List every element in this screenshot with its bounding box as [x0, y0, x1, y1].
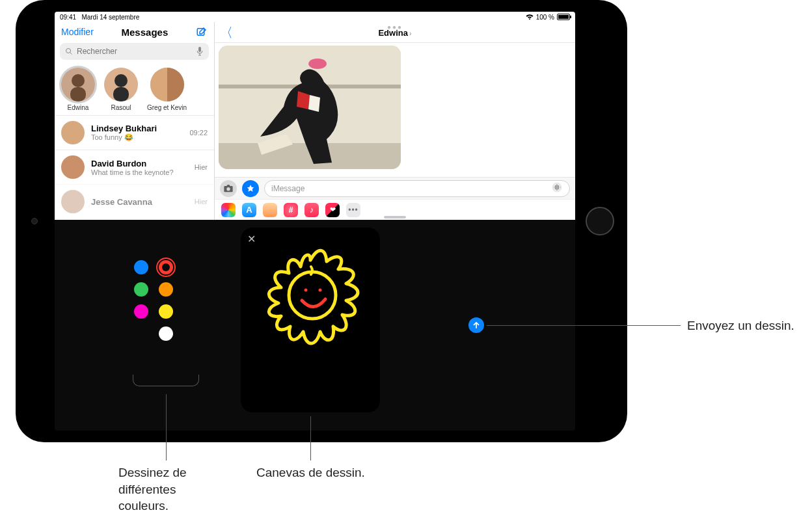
avatar — [61, 155, 85, 179]
battery-percent: 100 % — [536, 14, 554, 21]
svg-line-2 — [70, 53, 72, 55]
color-swatch-white[interactable] — [159, 326, 173, 341]
conversation-row[interactable]: Lindsey Bukhari Too funny 😂 09:22 — [55, 115, 214, 150]
chat-contact-name[interactable]: Edwina — [378, 28, 408, 38]
svg-point-1 — [66, 49, 71, 53]
chat-transcript[interactable] — [215, 43, 575, 177]
status-date: Mardi 14 septembre — [81, 14, 139, 21]
message-placeholder: iMessage — [271, 184, 304, 193]
pinned-contact-group[interactable]: Greg et Kevin — [147, 68, 187, 111]
conversation-preview: What time is the keynote? — [91, 168, 188, 176]
status-time: 09:41 — [60, 14, 76, 21]
conversation-row[interactable]: Jesse Cavanna Hier — [55, 184, 214, 219]
conversation-row[interactable]: David Burdon What time is the keynote? H… — [55, 150, 214, 184]
pinned-contact-rasoul[interactable]: Rasoul — [104, 68, 138, 111]
battery-icon — [557, 14, 570, 20]
leader-line — [166, 394, 167, 460]
conversation-time: Hier — [195, 198, 208, 206]
color-swatch-blue[interactable] — [134, 260, 148, 274]
conversation-name: Jesse Cavanna — [91, 197, 188, 207]
svg-point-5 — [72, 74, 85, 87]
leader-line — [310, 416, 311, 460]
appstore-app-icon[interactable]: A — [242, 203, 256, 217]
svg-point-17 — [319, 289, 322, 292]
compose-icon[interactable] — [196, 26, 208, 38]
received-photo[interactable] — [219, 46, 401, 169]
search-field[interactable] — [60, 43, 209, 60]
callout-send: Envoyez un dessin. — [687, 317, 794, 334]
callout-colors: Dessinez de différentes couleurs. — [118, 464, 223, 514]
edit-button[interactable]: Modifier — [61, 27, 94, 37]
pinned-name: Edwina — [68, 104, 89, 111]
chat-pane: ●●● 〈 Edwina› — [215, 22, 575, 220]
camera-button[interactable] — [220, 180, 237, 197]
svg-point-16 — [304, 289, 308, 292]
color-swatch-yellow[interactable] — [159, 304, 173, 319]
photos-app-icon[interactable] — [221, 203, 236, 217]
svg-rect-6 — [70, 87, 86, 101]
audio-wave-icon[interactable] — [551, 181, 563, 195]
search-icon — [65, 47, 73, 55]
ipad-camera — [31, 218, 38, 224]
callout-canvas: Canevas de dessin. — [256, 464, 365, 481]
drawing-canvas[interactable]: ✕ — [241, 228, 380, 412]
conversation-preview: Too funny 😂 — [91, 133, 183, 142]
screen: 09:41 Mardi 14 septembre 100 % — [55, 12, 575, 431]
conversation-list[interactable]: Lindsey Bukhari Too funny 😂 09:22 David … — [55, 115, 214, 220]
apps-button[interactable] — [242, 180, 259, 197]
pinned-contact-edwina[interactable]: Edwina — [61, 68, 95, 111]
back-button[interactable]: 〈 — [220, 26, 233, 39]
wifi-icon — [526, 14, 534, 21]
send-drawing-button[interactable] — [468, 317, 484, 333]
svg-point-15 — [289, 272, 336, 319]
ipad-frame: 09:41 Mardi 14 septembre 100 % — [16, 0, 627, 442]
messages-app: 09:41 Mardi 14 septembre 100 % — [55, 12, 575, 220]
chat-header: 〈 Edwina› — [215, 22, 575, 43]
conversation-time: 09:22 — [189, 129, 208, 137]
svg-rect-9 — [113, 87, 129, 101]
hashtag-app-icon[interactable]: # — [284, 203, 298, 217]
search-input[interactable] — [77, 47, 192, 56]
conversation-name: Lindsey Bukhari — [91, 124, 183, 133]
status-left: 09:41 Mardi 14 septembre — [60, 14, 139, 21]
avatar — [61, 121, 85, 144]
pinned-contacts: Edwina Rasoul Greg et Kevin — [55, 62, 214, 115]
color-swatch-green[interactable] — [134, 282, 148, 297]
conversation-time: Hier — [195, 163, 208, 171]
conversation-sidebar: Modifier Messages — [55, 22, 215, 220]
color-swatch-magenta[interactable] — [134, 304, 148, 319]
pinned-name: Rasoul — [111, 104, 131, 111]
drawer-handle[interactable] — [384, 216, 406, 219]
leader-line — [487, 325, 681, 326]
status-bar: 09:41 Mardi 14 septembre 100 % — [55, 12, 575, 22]
svg-point-8 — [115, 74, 128, 87]
sidebar-title: Messages — [122, 27, 169, 38]
color-swatch-orange[interactable] — [159, 282, 173, 297]
conversation-name: David Burdon — [91, 159, 188, 168]
memoji-app-icon[interactable] — [263, 203, 277, 217]
avatar — [61, 190, 85, 213]
home-button[interactable] — [586, 207, 614, 235]
music-app-icon[interactable]: ♪ — [304, 203, 319, 217]
message-field[interactable]: iMessage — [264, 180, 570, 197]
digitaltouch-app-icon[interactable]: ❤ — [325, 203, 340, 217]
chevron-right-icon: › — [409, 29, 412, 37]
svg-point-13 — [226, 187, 230, 191]
svg-rect-3 — [198, 47, 201, 52]
more-apps-button[interactable]: ••• — [346, 203, 360, 217]
color-swatch-red-selected[interactable] — [159, 260, 173, 274]
annotation-bracket — [133, 375, 199, 386]
dictate-icon[interactable] — [196, 46, 204, 57]
pinned-name: Greg et Kevin — [147, 104, 187, 111]
color-palette — [134, 260, 173, 341]
message-input-bar: iMessage — [215, 177, 575, 199]
